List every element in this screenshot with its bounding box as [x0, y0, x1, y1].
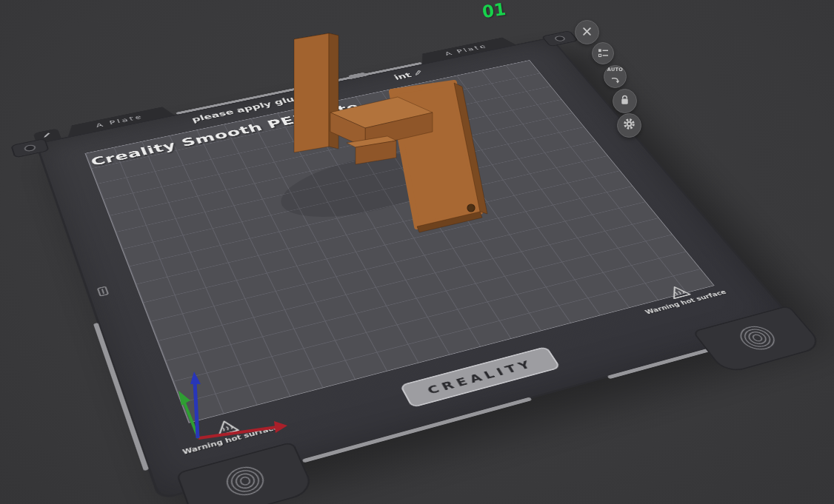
auto-arrange-arrow-icon: [611, 73, 620, 87]
lock-button[interactable]: [613, 89, 637, 113]
scene-3d: A Plate A Plate please apply glue int Cr…: [0, 0, 834, 504]
auto-arrange-label: AUTO: [607, 67, 623, 73]
settings-button[interactable]: [617, 113, 641, 138]
fingerprint-icon: [218, 461, 273, 503]
object-list-button[interactable]: [592, 42, 614, 64]
gear-icon: [623, 118, 635, 133]
lock-icon: [619, 94, 630, 109]
close-icon: [582, 25, 592, 39]
fingerprint-icon: [730, 322, 786, 357]
plate-number-label: 01: [481, 0, 507, 21]
close-button[interactable]: [575, 20, 599, 44]
screw-icon: [24, 144, 37, 152]
viewport-3d: A Plate A Plate please apply glue int Cr…: [0, 0, 834, 504]
object-list-icon: [598, 47, 609, 61]
screw-icon: [553, 35, 567, 41]
auto-arrange-button[interactable]: AUTO: [604, 65, 627, 88]
build-plate: A Plate A Plate please apply glue int Cr…: [35, 37, 798, 500]
